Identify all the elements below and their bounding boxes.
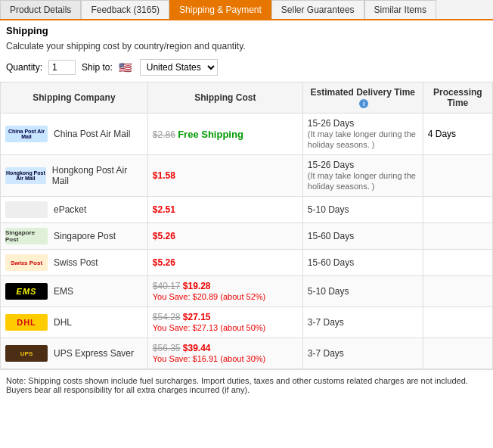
delivery-cell: 3-7 Days xyxy=(302,338,423,369)
header-cost: Shipping Cost xyxy=(147,82,302,114)
strike-price: $40.17 xyxy=(153,281,181,291)
company-cell: Hongkong Post Air Mail Hongkong Post Air… xyxy=(1,155,148,197)
company-name: EMS xyxy=(54,286,73,297)
cost-cell: $56.35 $39.44You Save: $16.91 (about 30%… xyxy=(147,338,302,369)
cost-cell: $2.86 Free Shipping xyxy=(147,114,302,155)
cost-cell: $5.26 xyxy=(147,223,302,250)
save-text: You Save: $27.13 (about 50%) xyxy=(153,323,265,332)
company-cell: UPS UPS Express Saver xyxy=(1,338,148,369)
tab-seller-guarantees[interactable]: Seller Guarantees xyxy=(271,0,364,19)
company-logo: DHL xyxy=(5,314,48,331)
price: $2.51 xyxy=(153,204,175,215)
cost-cell: $5.26 xyxy=(147,250,302,276)
strike-price: $56.35 xyxy=(153,343,181,353)
strike-price: $2.86 xyxy=(153,129,175,140)
company-cell: EMS EMS xyxy=(1,276,148,307)
price: $5.26 xyxy=(153,231,175,241)
delivery-info-icon[interactable]: i xyxy=(359,99,368,108)
company-logo xyxy=(5,201,48,218)
processing-cell xyxy=(423,276,492,307)
price: $27.15 xyxy=(183,312,211,322)
company-name: ePacket xyxy=(54,204,86,215)
strike-price: $54.28 xyxy=(153,312,181,322)
cost-cell: $1.58 xyxy=(147,155,302,197)
tab-product-details[interactable]: Product Details xyxy=(0,0,81,19)
delivery-time: 3-7 Days xyxy=(308,317,344,328)
free-shipping-label: Free Shipping xyxy=(178,129,243,140)
company-logo: Swiss Post xyxy=(5,254,48,271)
company-cell: China Post Air Mail China Post Air Mail xyxy=(1,114,148,155)
header-processing: Processing Time xyxy=(423,82,492,114)
company-cell: Singapore Post Singapore Post xyxy=(1,223,148,250)
table-row: Singapore Post Singapore Post $5.2615-60… xyxy=(1,223,493,250)
company-logo: Singapore Post xyxy=(5,228,48,244)
delivery-cell: 15-26 Days(It may take longer during the… xyxy=(302,155,423,197)
delivery-cell: 3-7 Days xyxy=(302,307,423,338)
company-logo: UPS xyxy=(5,345,48,362)
header-company: Shipping Company xyxy=(1,82,148,114)
delivery-cell: 15-60 Days xyxy=(302,250,423,276)
company-cell: ePacket xyxy=(1,197,148,223)
save-text: You Save: $16.91 (about 30%) xyxy=(153,354,265,363)
flag-icon: 🇺🇸 xyxy=(119,61,132,73)
delivery-time: 3-7 Days xyxy=(308,348,344,359)
company-logo: EMS xyxy=(5,283,48,300)
delivery-cell: 15-60 Days xyxy=(302,223,423,250)
table-header-row: Shipping Company Shipping Cost Estimated… xyxy=(1,82,493,114)
note-bar: Note: Shipping costs shown include fuel … xyxy=(0,369,493,400)
delivery-time: 5-10 Days xyxy=(308,286,349,297)
company-name: Hongkong Post Air Mail xyxy=(52,165,143,186)
processing-cell xyxy=(423,338,492,369)
cost-cell: $54.28 $27.15You Save: $27.13 (about 50%… xyxy=(147,307,302,338)
delivery-time: 5-10 Days xyxy=(308,204,349,215)
holiday-note: (It may take longer during the holiday s… xyxy=(308,129,416,149)
company-name: UPS Express Saver xyxy=(54,348,134,359)
processing-cell xyxy=(423,307,492,338)
table-row: China Post Air Mail China Post Air Mail … xyxy=(1,114,493,155)
table-row: EMS EMS $40.17 $19.28You Save: $20.89 (a… xyxy=(1,276,493,307)
delivery-time: 15-60 Days xyxy=(308,231,354,241)
save-text: You Save: $20.89 (about 52%) xyxy=(153,292,265,301)
company-name: Swiss Post xyxy=(54,257,98,268)
table-row: DHL DHL $54.28 $27.15You Save: $27.13 (a… xyxy=(1,307,493,338)
table-row: Hongkong Post Air Mail Hongkong Post Air… xyxy=(1,155,493,197)
company-name: China Post Air Mail xyxy=(54,129,130,139)
price: $1.58 xyxy=(153,170,175,181)
price: $5.26 xyxy=(153,257,175,268)
qty-label: Quantity: xyxy=(6,62,42,73)
tab-bar: Product Details Feedback (3165) Shipping… xyxy=(0,0,493,20)
delivery-time: 15-26 Days xyxy=(308,160,354,170)
table-row: ePacket $2.515-10 Days xyxy=(1,197,493,223)
qty-input[interactable] xyxy=(48,60,76,75)
processing-cell xyxy=(423,250,492,276)
cost-cell: $2.51 xyxy=(147,197,302,223)
tab-similar-items[interactable]: Similar Items xyxy=(364,0,436,19)
price: $19.28 xyxy=(183,281,211,291)
country-select[interactable]: United States xyxy=(140,59,218,76)
delivery-cell: 5-10 Days xyxy=(302,276,423,307)
processing-cell xyxy=(423,155,492,197)
tab-feedback[interactable]: Feedback (3165) xyxy=(81,0,169,19)
tab-shipping-payment[interactable]: Shipping & Payment xyxy=(169,0,271,19)
delivery-time: 15-60 Days xyxy=(308,257,354,268)
processing-cell: 4 Days xyxy=(423,114,492,155)
cost-cell: $40.17 $19.28You Save: $20.89 (about 52%… xyxy=(147,276,302,307)
section-title: Shipping xyxy=(0,20,493,38)
delivery-time: 15-26 Days xyxy=(308,118,354,129)
delivery-cell: 5-10 Days xyxy=(302,197,423,223)
ship-to-label: Ship to: xyxy=(82,62,113,73)
header-delivery: Estimated Delivery Time i xyxy=(302,82,423,114)
company-cell: DHL DHL xyxy=(1,307,148,338)
company-cell: Swiss Post Swiss Post xyxy=(1,250,148,276)
price: $39.44 xyxy=(183,343,211,353)
company-logo: Hongkong Post Air Mail xyxy=(5,167,46,184)
holiday-note: (It may take longer during the holiday s… xyxy=(308,171,416,191)
company-name: DHL xyxy=(54,317,72,328)
table-row: Swiss Post Swiss Post $5.2615-60 Days xyxy=(1,250,493,276)
shipping-table: Shipping Company Shipping Cost Estimated… xyxy=(0,82,493,369)
company-logo: China Post Air Mail xyxy=(5,126,48,142)
qty-row: Quantity: Ship to: 🇺🇸 United States xyxy=(0,58,493,82)
delivery-cell: 15-26 Days(It may take longer during the… xyxy=(302,114,423,155)
table-row: UPS UPS Express Saver $56.35 $39.44You S… xyxy=(1,338,493,369)
processing-cell xyxy=(423,197,492,223)
